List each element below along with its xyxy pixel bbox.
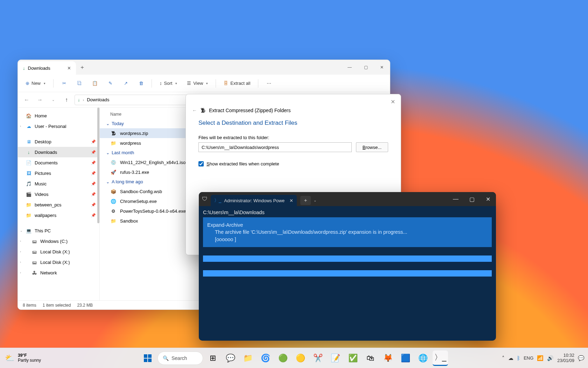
- chevron-right-icon: ›: [20, 271, 21, 274]
- sidebar-item-wallpapers[interactable]: 📁wallpapers📌: [18, 210, 99, 220]
- cut-button[interactable]: ✂: [58, 77, 70, 90]
- terminal-tab[interactable]: 〉_ Administrator: Windows Powe ✕: [211, 195, 297, 206]
- view-button[interactable]: ☰View▾: [183, 79, 211, 88]
- destination-input[interactable]: [198, 142, 352, 152]
- tab-close-button[interactable]: ✕: [67, 66, 71, 71]
- drive-icon: 🖴: [31, 260, 37, 265]
- terminal-body[interactable]: C:\Users\m__la\Downloads Expand-Archive …: [199, 206, 496, 341]
- nav-forward-button[interactable]: →: [35, 95, 45, 105]
- home-icon: 🏠: [26, 113, 32, 118]
- terminal-minimize-button[interactable]: ―: [448, 192, 464, 206]
- taskbar-app-store[interactable]: 🛍: [363, 350, 378, 366]
- taskbar-app-edge-beta[interactable]: 🟢: [275, 350, 290, 366]
- desktop-icon: 🖥: [26, 139, 32, 144]
- terminal-progressbar: [oooooo ]: [207, 236, 488, 243]
- nav-back-button[interactable]: ←: [21, 95, 32, 105]
- checkbox-input[interactable]: [198, 161, 204, 166]
- sidebar-item-network[interactable]: ›🖧Network: [18, 267, 99, 278]
- paste-button[interactable]: 📋: [89, 77, 101, 90]
- network-icon: 🖧: [31, 270, 37, 275]
- search-icon: 🔍: [163, 355, 169, 361]
- taskbar-app-firefox[interactable]: 🦊: [380, 350, 396, 366]
- weather-widget[interactable]: ⛅ 39°F Partly sunny: [0, 353, 46, 362]
- sidebar-item-documents[interactable]: 📄Documents📌: [18, 157, 99, 168]
- taskbar-app-chrome[interactable]: 🌐: [415, 350, 430, 366]
- sidebar-item-between-pcs[interactable]: 📁between_pcs📌: [18, 199, 99, 210]
- rename-button[interactable]: ✎: [104, 77, 117, 90]
- sidebar-item-home[interactable]: 🏠Home: [18, 110, 99, 121]
- chevron-right-icon: ›: [20, 239, 21, 243]
- sidebar-item-pictures[interactable]: 🖼Pictures📌: [18, 168, 99, 178]
- sidebar-item-downloads[interactable]: ↓Downloads📌: [18, 147, 99, 157]
- taskbar-app-edge[interactable]: 🌀: [258, 350, 273, 366]
- task-view-button[interactable]: ⊞: [205, 350, 220, 366]
- sidebar-item-user[interactable]: ›☁User - Personal: [18, 121, 99, 131]
- chevron-right-icon: ›: [20, 124, 21, 128]
- sidebar-item-music[interactable]: 🎵Music📌: [18, 178, 99, 189]
- sort-button[interactable]: ↕Sort▾: [156, 79, 181, 88]
- show-extracted-checkbox[interactable]: Show extracted files when complete: [198, 161, 388, 166]
- more-button[interactable]: ⋯: [262, 77, 275, 90]
- powershell-icon: 〉_: [214, 197, 221, 204]
- taskbar-app-terminal[interactable]: 〉_: [433, 350, 448, 366]
- taskbar-app-chat[interactable]: 💬: [223, 350, 238, 366]
- plus-circle-icon: ⊕: [26, 81, 29, 86]
- terminal-window: 🛡 〉_ Administrator: Windows Powe ✕ ＋ ⌄ ―…: [199, 192, 496, 341]
- terminal-tab-label: Administrator: Windows Powe: [224, 198, 285, 203]
- tray-clock[interactable]: 10:32 23/01/09: [557, 353, 574, 363]
- tray-quick-settings[interactable]: 📶 🔊: [537, 355, 554, 361]
- taskbar-app-snip[interactable]: ✂️: [310, 350, 326, 366]
- sidebar-item-this-pc[interactable]: ⌄💻This PC: [18, 225, 99, 236]
- tray-notifications-icon[interactable]: 💬: [578, 355, 584, 361]
- sidebar-item-drive-c[interactable]: ›🖴Windows (C:): [18, 236, 99, 246]
- tray-bluetooth-icon[interactable]: ᛒ: [517, 355, 520, 361]
- terminal-tab-close[interactable]: ✕: [289, 198, 293, 203]
- sidebar-item-desktop[interactable]: 🖥Desktop📌: [18, 136, 99, 147]
- start-button[interactable]: [140, 350, 155, 366]
- folder-icon: 📁: [26, 213, 32, 218]
- terminal-tab-dropdown[interactable]: ⌄: [312, 196, 318, 205]
- dialog-back-button[interactable]: ←: [192, 108, 197, 113]
- extract-all-button[interactable]: 🗄Extract all: [220, 79, 254, 88]
- terminal-close-button[interactable]: ✕: [480, 192, 496, 206]
- terminal-titlebar: 🛡 〉_ Administrator: Windows Powe ✕ ＋ ⌄ ―…: [199, 192, 496, 206]
- ellipsis-icon: ⋯: [267, 81, 271, 86]
- dialog-close-button[interactable]: ✕: [388, 97, 397, 106]
- sidebar-item-drive-x1[interactable]: ›🖴Local Disk (X:): [18, 246, 99, 257]
- taskbar-app-todo[interactable]: ✅: [345, 350, 360, 366]
- taskbar-app-notepad[interactable]: 📝: [328, 350, 343, 366]
- nav-up-button[interactable]: ↑: [61, 95, 72, 105]
- explorer-tab-downloads[interactable]: ↓ Downloads ✕: [18, 61, 76, 75]
- close-button[interactable]: ✕: [374, 60, 390, 75]
- taskbar-app-vscode[interactable]: 🟦: [398, 350, 413, 366]
- new-tab-button[interactable]: ＋: [76, 60, 89, 75]
- delete-button[interactable]: 🗑: [135, 77, 147, 90]
- taskbar-app-edge-canary[interactable]: 🟡: [293, 350, 308, 366]
- sidebar-item-videos[interactable]: 🎬Videos📌: [18, 189, 99, 199]
- terminal-new-tab-button[interactable]: ＋: [300, 196, 311, 205]
- tray-onedrive-icon[interactable]: ☁: [508, 355, 513, 361]
- pc-icon: 💻: [26, 228, 32, 233]
- chevron-down-icon: ⌄: [20, 229, 23, 232]
- breadcrumb[interactable]: Downloads: [87, 97, 109, 102]
- shield-icon: 🛡: [199, 196, 211, 202]
- pin-icon: 📌: [91, 203, 96, 207]
- copy-button[interactable]: ⿻: [73, 77, 86, 90]
- disc-icon: 💿: [110, 160, 117, 165]
- browse-button[interactable]: Browse...: [356, 142, 388, 152]
- minimize-button[interactable]: ―: [342, 60, 358, 75]
- destination-label: Files will be extracted to this folder:: [198, 135, 388, 140]
- taskbar-app-explorer[interactable]: 📁: [240, 350, 255, 366]
- scissors-icon: ✂: [62, 81, 66, 86]
- new-button[interactable]: ⊕ New ▾: [22, 79, 49, 88]
- tray-language[interactable]: ENG: [524, 355, 533, 361]
- maximize-button[interactable]: ▢: [358, 60, 374, 75]
- sidebar-item-drive-x2[interactable]: ›🖴Local Disk (X:): [18, 257, 99, 267]
- taskbar-search[interactable]: 🔍Search: [158, 352, 203, 365]
- new-label: New: [31, 81, 41, 86]
- share-button[interactable]: ↗: [119, 77, 132, 90]
- tray-overflow-button[interactable]: ˄: [502, 355, 505, 361]
- nav-recent-button[interactable]: ⌄: [48, 95, 58, 105]
- system-tray: ˄ ☁ ᛒ ENG 📶 🔊 10:32 23/01/09 💬: [502, 353, 588, 363]
- terminal-maximize-button[interactable]: ▢: [464, 192, 480, 206]
